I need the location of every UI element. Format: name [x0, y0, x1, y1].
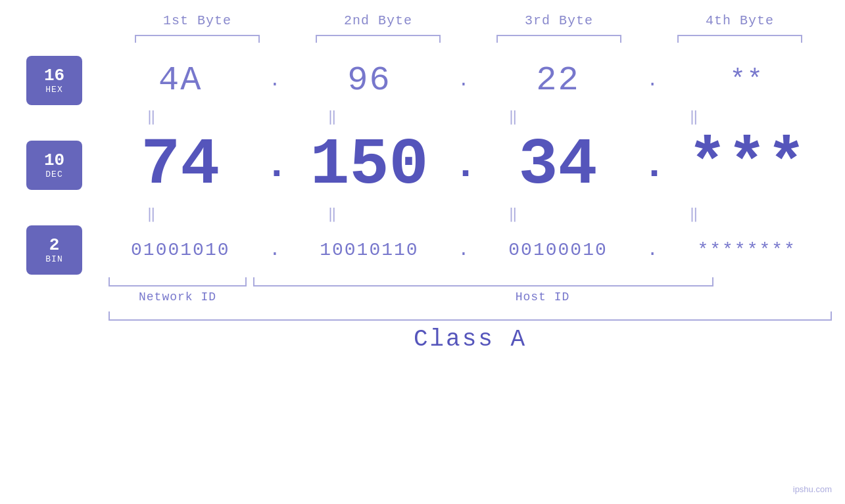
- bracket-4: [677, 35, 802, 43]
- bin-badge-num: 2: [49, 236, 60, 255]
- hex-dot2: .: [454, 70, 473, 91]
- bracket-2: [316, 35, 441, 43]
- byte2-header: 2nd Byte: [306, 13, 450, 28]
- hex-byte1: 4A: [108, 61, 253, 100]
- byte4-header: 4th Byte: [667, 13, 812, 28]
- eq1-b3: ‖: [441, 108, 585, 126]
- bin-byte1: 01001010: [108, 240, 253, 260]
- eq2-b4: ‖: [621, 205, 766, 223]
- page-container: 1st Byte 2nd Byte 3rd Byte 4th Byte 16 H…: [0, 0, 845, 504]
- hex-dot3: .: [642, 70, 662, 91]
- bin-byte3: 00100010: [486, 240, 631, 260]
- dec-byte4: ***: [675, 128, 819, 202]
- bin-byte2: 10010110: [297, 240, 441, 260]
- hex-row-group: 16 HEX 4A . 96 . 22 . **: [0, 56, 845, 105]
- bracket-3: [496, 35, 621, 43]
- eq1-b4: ‖: [621, 108, 766, 126]
- hex-badge-label: HEX: [45, 85, 62, 95]
- equals-row-1: ‖ ‖ ‖ ‖: [61, 108, 785, 126]
- dec-badge-num: 10: [44, 151, 64, 170]
- bin-badge-label: BIN: [45, 254, 62, 264]
- bottom-brackets-row: [109, 277, 832, 286]
- hex-values-row: 4A . 96 . 22 . **: [82, 61, 845, 100]
- class-label: Class A: [109, 326, 832, 353]
- dec-byte3: 34: [486, 128, 631, 202]
- eq2-b3: ‖: [441, 205, 585, 223]
- host-id-label: Host ID: [253, 290, 832, 304]
- dec-values-row: 74 . 150 . 34 . ***: [82, 128, 845, 202]
- bin-row-group: 2 BIN 01001010 . 10010110 . 00100010 . *…: [0, 225, 845, 275]
- class-section: Class A: [109, 311, 832, 353]
- byte1-header: 1st Byte: [125, 13, 270, 28]
- bin-dot1: .: [265, 240, 285, 260]
- eq1-b2: ‖: [260, 108, 404, 126]
- eq2-b2: ‖: [260, 205, 404, 223]
- byte3-header: 3rd Byte: [487, 13, 631, 28]
- dec-dot1: .: [265, 143, 285, 188]
- class-bracket: [109, 311, 832, 321]
- top-brackets-row: [107, 35, 831, 43]
- dec-row-group: 10 DEC 74 . 150 . 34 . ***: [0, 128, 845, 202]
- hex-badge-num: 16: [44, 66, 64, 85]
- dec-byte1: 74: [108, 128, 253, 202]
- dec-dot3: .: [642, 143, 662, 188]
- hex-byte3: 22: [486, 61, 631, 100]
- network-id-label: Network ID: [109, 290, 247, 304]
- dec-byte2: 150: [297, 128, 441, 202]
- network-bracket: [109, 277, 247, 286]
- bin-dot2: .: [454, 240, 473, 260]
- equals-row-2: ‖ ‖ ‖ ‖: [61, 205, 785, 223]
- eq1-b1: ‖: [79, 108, 224, 126]
- dec-badge: 10 DEC: [26, 141, 82, 190]
- hex-badge: 16 HEX: [26, 56, 82, 105]
- dec-dot2: .: [454, 143, 473, 188]
- bracket-1: [135, 35, 260, 43]
- bin-byte4: ********: [675, 240, 819, 260]
- bin-dot3: .: [642, 240, 662, 260]
- hex-byte2: 96: [297, 61, 441, 100]
- watermark: ipshu.com: [793, 484, 832, 494]
- bin-badge: 2 BIN: [26, 225, 82, 275]
- id-labels-row: Network ID Host ID: [109, 290, 832, 304]
- host-bracket: [253, 277, 713, 286]
- eq2-b1: ‖: [79, 205, 224, 223]
- hex-byte4: **: [675, 66, 819, 95]
- byte-headers-row: 1st Byte 2nd Byte 3rd Byte 4th Byte: [107, 13, 831, 28]
- dec-badge-label: DEC: [45, 170, 62, 179]
- bin-values-row: 01001010 . 10010110 . 00100010 . *******…: [82, 240, 845, 260]
- hex-dot1: .: [265, 70, 285, 91]
